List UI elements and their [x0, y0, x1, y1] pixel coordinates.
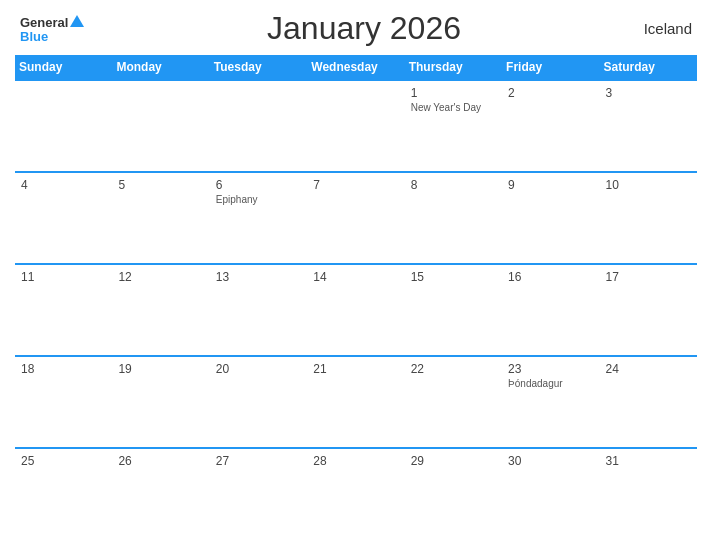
calendar-cell [210, 80, 307, 172]
calendar-cell: 26 [112, 448, 209, 540]
day-number: 23 [508, 362, 595, 376]
day-number: 15 [411, 270, 498, 284]
calendar-cell: 5 [112, 172, 209, 264]
calendar-cell: 4 [15, 172, 112, 264]
day-number: 4 [21, 178, 108, 192]
header-tuesday: Tuesday [210, 55, 307, 80]
weekday-header-row: Sunday Monday Tuesday Wednesday Thursday… [15, 55, 697, 80]
calendar-cell: 2 [502, 80, 599, 172]
logo: General Blue [20, 13, 84, 45]
calendar-cell [307, 80, 404, 172]
day-number: 27 [216, 454, 303, 468]
holiday-name: Epiphany [216, 194, 303, 205]
calendar-week-row: 456Epiphany78910 [15, 172, 697, 264]
day-number: 18 [21, 362, 108, 376]
calendar-cell: 6Epiphany [210, 172, 307, 264]
header-wednesday: Wednesday [307, 55, 404, 80]
calendar-cell: 16 [502, 264, 599, 356]
day-number: 5 [118, 178, 205, 192]
day-number: 24 [606, 362, 693, 376]
day-number: 16 [508, 270, 595, 284]
header-sunday: Sunday [15, 55, 112, 80]
day-number: 7 [313, 178, 400, 192]
calendar-cell: 21 [307, 356, 404, 448]
calendar-cell: 20 [210, 356, 307, 448]
day-number: 30 [508, 454, 595, 468]
calendar-cell: 1New Year's Day [405, 80, 502, 172]
calendar-cell: 14 [307, 264, 404, 356]
day-number: 13 [216, 270, 303, 284]
calendar-cell: 8 [405, 172, 502, 264]
day-number: 11 [21, 270, 108, 284]
calendar-week-row: 11121314151617 [15, 264, 697, 356]
header-monday: Monday [112, 55, 209, 80]
calendar-cell: 18 [15, 356, 112, 448]
calendar-cell [15, 80, 112, 172]
calendar-cell: 19 [112, 356, 209, 448]
calendar-cell: 13 [210, 264, 307, 356]
header-friday: Friday [502, 55, 599, 80]
day-number: 26 [118, 454, 205, 468]
day-number: 28 [313, 454, 400, 468]
calendar-cell: 28 [307, 448, 404, 540]
calendar-cell: 11 [15, 264, 112, 356]
calendar-cell: 24 [600, 356, 697, 448]
calendar-cell: 7 [307, 172, 404, 264]
day-number: 22 [411, 362, 498, 376]
calendar-week-row: 181920212223Þóndadagur24 [15, 356, 697, 448]
calendar-cell: 12 [112, 264, 209, 356]
calendar-cell: 30 [502, 448, 599, 540]
calendar-cell: 17 [600, 264, 697, 356]
day-number: 20 [216, 362, 303, 376]
calendar-wrapper: General Blue January 2026 Iceland Sunday… [0, 0, 712, 550]
day-number: 14 [313, 270, 400, 284]
calendar-cell: 22 [405, 356, 502, 448]
day-number: 2 [508, 86, 595, 100]
calendar-cell: 25 [15, 448, 112, 540]
calendar-table: Sunday Monday Tuesday Wednesday Thursday… [15, 55, 697, 540]
calendar-cell: 27 [210, 448, 307, 540]
day-number: 21 [313, 362, 400, 376]
calendar-week-row: 25262728293031 [15, 448, 697, 540]
header-saturday: Saturday [600, 55, 697, 80]
calendar-title: January 2026 [84, 10, 643, 47]
header-thursday: Thursday [405, 55, 502, 80]
logo-blue: Blue [20, 30, 48, 44]
calendar-cell: 10 [600, 172, 697, 264]
day-number: 29 [411, 454, 498, 468]
day-number: 12 [118, 270, 205, 284]
day-number: 1 [411, 86, 498, 100]
day-number: 19 [118, 362, 205, 376]
day-number: 25 [21, 454, 108, 468]
day-number: 8 [411, 178, 498, 192]
holiday-name: New Year's Day [411, 102, 498, 113]
calendar-cell: 3 [600, 80, 697, 172]
day-number: 10 [606, 178, 693, 192]
holiday-name: Þóndadagur [508, 378, 595, 389]
day-number: 6 [216, 178, 303, 192]
calendar-cell: 31 [600, 448, 697, 540]
logo-general: General [20, 13, 84, 31]
calendar-week-row: 1New Year's Day23 [15, 80, 697, 172]
day-number: 3 [606, 86, 693, 100]
day-number: 17 [606, 270, 693, 284]
day-number: 9 [508, 178, 595, 192]
calendar-cell [112, 80, 209, 172]
logo-triangle-icon [70, 15, 84, 27]
calendar-cell: 15 [405, 264, 502, 356]
calendar-header: General Blue January 2026 Iceland [15, 10, 697, 47]
calendar-cell: 23Þóndadagur [502, 356, 599, 448]
calendar-cell: 9 [502, 172, 599, 264]
day-number: 31 [606, 454, 693, 468]
calendar-cell: 29 [405, 448, 502, 540]
country-label: Iceland [644, 20, 692, 37]
